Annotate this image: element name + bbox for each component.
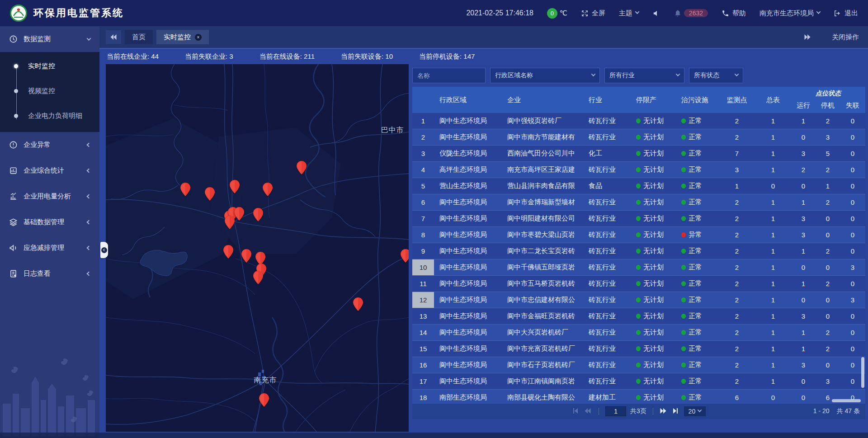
map-pin[interactable] bbox=[401, 249, 409, 263]
table-row[interactable]: 4 高坪生态环境局 南充市高坪区王家店建 砖瓦行业 无计划 正常 3 1 2 2… bbox=[412, 162, 865, 178]
cell-company: 西南油气田分公司川中 bbox=[502, 146, 583, 161]
table-row[interactable]: 15 阆中生态环境局 阆中市光富页岩机砖厂 砖瓦行业 无计划 正常 2 1 1 … bbox=[412, 341, 865, 357]
sidebar-section-data-monitor[interactable]: 数据监测 bbox=[0, 26, 99, 52]
table-row[interactable]: 2 阆中生态环境局 阆中市南方节能建材有 砖瓦行业 无计划 正常 2 1 0 3… bbox=[412, 129, 865, 146]
org-menu[interactable]: 南充市生态环境局 bbox=[760, 9, 820, 18]
help-button[interactable]: 帮助 bbox=[722, 9, 746, 18]
tabs-scroll-right-button[interactable] bbox=[804, 30, 811, 44]
map-pin[interactable] bbox=[241, 249, 251, 263]
cell-limit-text: 无计划 bbox=[643, 328, 664, 337]
map-pin[interactable] bbox=[225, 216, 235, 229]
map-pin[interactable] bbox=[230, 180, 240, 193]
table-row[interactable]: 7 阆中生态环境局 阆中明阳建材有限公司 砖瓦行业 无计划 正常 2 1 3 0… bbox=[412, 211, 865, 227]
next-page-button[interactable] bbox=[660, 407, 668, 415]
cell-region: 南部生态环境局 bbox=[434, 390, 502, 404]
table-row[interactable]: 5 营山生态环境局 营山县润丰肉食品有限 食品 无计划 正常 1 0 0 1 0 bbox=[412, 178, 865, 194]
cell-industry: 砖瓦行业 bbox=[583, 357, 631, 373]
col-region: 行政区域 bbox=[434, 87, 502, 113]
sidebar-section-enterprise-abnormal[interactable]: 企业异常 bbox=[0, 132, 99, 158]
tab[interactable]: 实时监控 × bbox=[156, 30, 209, 44]
table-row[interactable]: 6 阆中生态环境局 阆中市金博瑞新型墙材 砖瓦行业 无计划 正常 2 1 1 2… bbox=[412, 194, 865, 211]
tabs-scroll-left-button[interactable] bbox=[106, 30, 121, 44]
map-pin[interactable] bbox=[353, 297, 363, 311]
table-row[interactable]: 12 阆中生态环境局 阆中市忠信建材有限公 砖瓦行业 无计划 正常 2 1 0 … bbox=[412, 292, 865, 308]
table-row[interactable]: 1 阆中生态环境局 阆中强锐页岩砖厂 砖瓦行业 无计划 正常 2 1 1 2 0 bbox=[412, 113, 865, 129]
status-dot bbox=[681, 330, 686, 335]
prev-page-button[interactable] bbox=[584, 407, 592, 415]
sidebar-section-power-analysis[interactable]: 企业用电量分析 bbox=[0, 184, 99, 209]
first-page-button[interactable] bbox=[572, 407, 580, 415]
map-pin[interactable] bbox=[253, 271, 263, 284]
cell-region: 阆中生态环境局 bbox=[434, 113, 502, 129]
app-window: 环保用电监管系统 2021-02-25 17:46:18 0 ℃ 全屏 主题 bbox=[0, 0, 868, 438]
fullscreen-button[interactable]: 全屏 bbox=[581, 9, 605, 18]
cell-running: 0 bbox=[791, 373, 816, 389]
map-pin[interactable] bbox=[259, 393, 269, 407]
status-dot bbox=[636, 249, 641, 254]
sidebar-section-logs[interactable]: 日志查看 bbox=[0, 261, 99, 287]
status-dot bbox=[681, 346, 686, 351]
page-number-input[interactable] bbox=[605, 406, 626, 416]
close-actions-menu[interactable]: 关闭操作 bbox=[832, 33, 859, 42]
notifications-button[interactable]: 2632 bbox=[674, 9, 708, 17]
cell-industry: 建材加工 bbox=[583, 390, 631, 404]
map-pin[interactable] bbox=[297, 161, 307, 174]
cell-limit: 无计划 bbox=[631, 308, 676, 324]
cell-facility: 正常 bbox=[676, 292, 719, 308]
industry-filter-select[interactable]: 所有行业 bbox=[604, 68, 684, 83]
sidebar-section-enterprise-stats[interactable]: 企业综合统计 bbox=[0, 158, 99, 184]
table-row[interactable]: 18 南部生态环境局 南部县砚化土陶有限公 建材加工 无计划 正常 6 0 0 … bbox=[412, 390, 865, 404]
cell-offline: 0 bbox=[840, 194, 865, 210]
page-size-select[interactable]: 20 bbox=[684, 406, 706, 416]
table-row[interactable]: 11 阆中生态环境局 阆中市五马桥页岩机砖 砖瓦行业 无计划 正常 2 1 1 … bbox=[412, 276, 865, 292]
cell-limit-text: 无计划 bbox=[643, 182, 664, 190]
name-filter-input[interactable] bbox=[412, 68, 486, 83]
sidebar-section-base-data[interactable]: 基础数据管理 bbox=[0, 209, 99, 235]
horizontal-scrollbar-thumb[interactable] bbox=[832, 399, 861, 402]
sidebar-subitem[interactable]: 视频监控 bbox=[0, 79, 99, 104]
table-row[interactable]: 10 阆中生态环境局 阆中千佛镇五郎垭页岩 砖瓦行业 无计划 正常 2 1 0 … bbox=[412, 259, 865, 276]
table-row[interactable]: 8 阆中生态环境局 阆中市枣碧大梁山页岩 砖瓦行业 无计划 异常 2 1 3 0… bbox=[412, 227, 865, 243]
sidebar-section-emergency[interactable]: 应急减排管理 bbox=[0, 235, 99, 261]
cell-company: 阆中千佛镇五郎垭页岩 bbox=[502, 259, 583, 275]
status-dot bbox=[681, 200, 686, 205]
cell-region: 阆中生态环境局 bbox=[434, 325, 502, 340]
last-page-button[interactable] bbox=[672, 407, 680, 415]
map-pin[interactable] bbox=[253, 208, 263, 221]
cell-region: 阆中生态环境局 bbox=[434, 373, 502, 389]
map-panel[interactable]: 巴中市南充市遂宁市 bbox=[106, 64, 409, 432]
status-filter-select[interactable]: 所有状态 bbox=[689, 68, 743, 83]
mute-button[interactable] bbox=[652, 9, 660, 17]
table-row[interactable]: 13 阆中生态环境局 阆中市金福旺页岩机砖 砖瓦行业 无计划 正常 2 1 3 … bbox=[412, 308, 865, 325]
tab[interactable]: 首页 bbox=[125, 30, 153, 44]
cell-stopped: 2 bbox=[816, 243, 840, 259]
table-row[interactable]: 14 阆中生态环境局 阆中大兴页岩机砖厂 砖瓦行业 无计划 正常 2 1 1 2… bbox=[412, 325, 865, 341]
vertical-scrollbar-thumb[interactable] bbox=[861, 357, 864, 388]
map-pin[interactable] bbox=[205, 187, 215, 201]
region-filter-select[interactable]: 行政区域名称 bbox=[490, 68, 600, 83]
app-header: 环保用电监管系统 2021-02-25 17:46:18 0 ℃ 全屏 主题 bbox=[0, 0, 868, 26]
map-pin[interactable] bbox=[234, 207, 244, 221]
cell-facility-text: 正常 bbox=[689, 214, 702, 223]
sidebar-section-icon bbox=[9, 35, 18, 43]
table-row[interactable]: 9 阆中生态环境局 阆中市二龙长宝页岩砖 砖瓦行业 无计划 正常 2 1 1 2… bbox=[412, 243, 865, 259]
cell-limit-text: 无计划 bbox=[643, 247, 664, 255]
sidebar-subitem[interactable]: 企业电力负荷明细 bbox=[0, 104, 99, 128]
map-collapse-handle[interactable] bbox=[100, 242, 108, 258]
cell-stopped: 2 bbox=[816, 341, 840, 357]
table-row[interactable]: 17 阆中生态环境局 阆中市江南镇阆南页岩 砖瓦行业 无计划 正常 2 1 0 … bbox=[412, 373, 865, 390]
sidebar-subitem[interactable]: 实时监控 bbox=[0, 54, 99, 79]
table-row[interactable]: 16 阆中生态环境局 阆中市石子页岩机砖厂 砖瓦行业 无计划 正常 2 1 3 … bbox=[412, 357, 865, 373]
status-dot bbox=[681, 118, 686, 123]
map-pin[interactable] bbox=[263, 183, 273, 196]
table-row[interactable]: 3 仪陇生态环境局 西南油气田分公司川中 化工 无计划 正常 7 1 3 5 0 bbox=[412, 146, 865, 162]
cell-facility: 异常 bbox=[676, 227, 719, 243]
status-dot bbox=[636, 200, 641, 205]
theme-menu[interactable]: 主题 bbox=[619, 9, 639, 18]
map-pin[interactable] bbox=[180, 183, 190, 196]
cell-points: 2 bbox=[719, 259, 755, 275]
logout-button[interactable]: 退出 bbox=[834, 9, 858, 18]
cell-offline: 0 bbox=[840, 243, 865, 259]
tab-close-icon[interactable]: × bbox=[195, 34, 202, 41]
map-pin[interactable] bbox=[223, 245, 233, 259]
